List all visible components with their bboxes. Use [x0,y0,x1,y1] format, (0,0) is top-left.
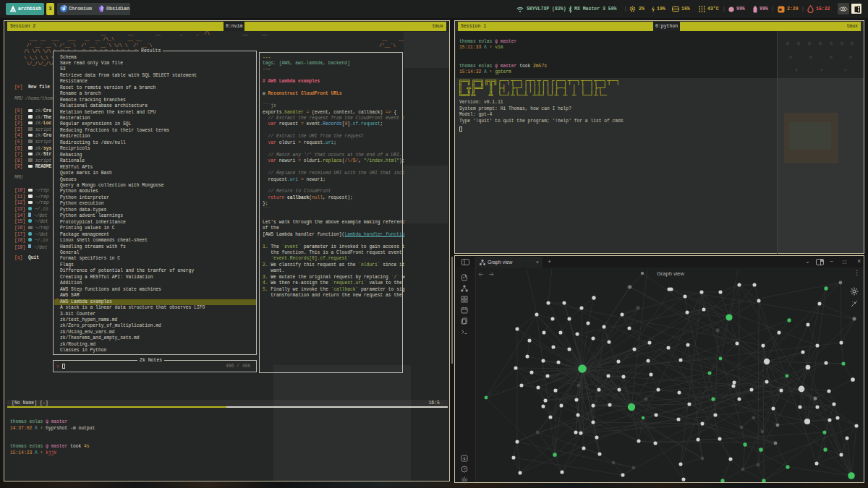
svg-text:?: ? [463,467,466,471]
svg-text:1: 1 [858,7,860,12]
